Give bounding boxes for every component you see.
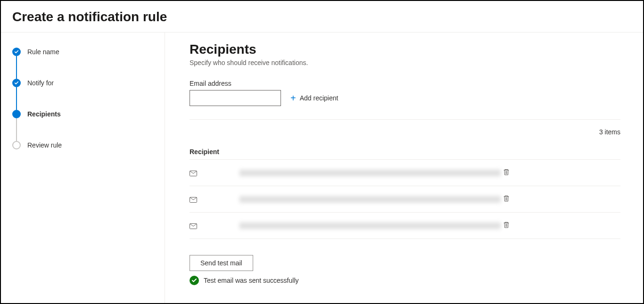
- step-review-rule[interactable]: Review rule: [12, 141, 153, 149]
- trash-icon: [503, 168, 510, 176]
- items-count: 3 items: [190, 128, 620, 136]
- step-connector: [16, 87, 17, 110]
- status-text: Test email was sent successfully: [204, 277, 299, 284]
- recipient-email: [239, 196, 501, 203]
- table-row: [190, 213, 620, 239]
- table-row: [190, 186, 620, 213]
- step-recipients[interactable]: Recipients: [12, 110, 153, 141]
- step-label: Recipients: [27, 110, 61, 118]
- add-recipient-label: Add recipient: [300, 94, 339, 102]
- table-header-recipient: Recipient: [190, 144, 620, 160]
- step-connector: [16, 56, 17, 79]
- checkmark-icon: [12, 48, 21, 56]
- plus-icon: +: [290, 93, 296, 103]
- page-body: Rule name Notify for Recipients Review r…: [1, 33, 643, 304]
- recipient-email: [239, 222, 501, 229]
- email-label: Email address: [190, 80, 620, 87]
- delete-recipient-button[interactable]: [501, 219, 512, 232]
- wizard-steps: Rule name Notify for Recipients Review r…: [12, 48, 153, 149]
- status-message-row: Test email was sent successfully: [190, 276, 620, 285]
- email-input-row: + Add recipient: [190, 90, 620, 106]
- mail-icon: [190, 197, 197, 202]
- page-header: Create a notification rule: [1, 1, 643, 33]
- mail-icon: [190, 170, 197, 176]
- email-input[interactable]: [190, 90, 281, 106]
- upcoming-step-icon: [12, 141, 21, 149]
- trash-icon: [503, 195, 510, 202]
- send-test-mail-button[interactable]: Send test mail: [190, 255, 253, 271]
- current-step-icon: [12, 110, 21, 118]
- wizard-sidebar: Rule name Notify for Recipients Review r…: [1, 33, 165, 304]
- step-rule-name[interactable]: Rule name: [12, 48, 153, 79]
- step-label: Rule name: [27, 48, 59, 56]
- step-connector: [16, 118, 17, 141]
- main-content: Recipients Specify who should receive no…: [165, 33, 643, 304]
- delete-recipient-button[interactable]: [501, 193, 512, 205]
- add-recipient-button[interactable]: + Add recipient: [290, 93, 338, 103]
- section-divider: [190, 119, 620, 120]
- step-label: Notify for: [27, 79, 54, 87]
- step-label: Review rule: [27, 141, 62, 149]
- section-subtitle: Specify who should receive notifications…: [190, 59, 620, 66]
- checkmark-icon: [12, 79, 21, 87]
- trash-icon: [503, 221, 510, 229]
- delete-recipient-button[interactable]: [501, 166, 512, 179]
- mail-icon: [190, 223, 197, 229]
- page-title: Create a notification rule: [12, 9, 632, 25]
- section-heading: Recipients: [190, 42, 620, 57]
- table-row: [190, 160, 620, 186]
- recipient-email: [239, 170, 501, 176]
- step-notify-for[interactable]: Notify for: [12, 79, 153, 110]
- success-icon: [190, 276, 199, 285]
